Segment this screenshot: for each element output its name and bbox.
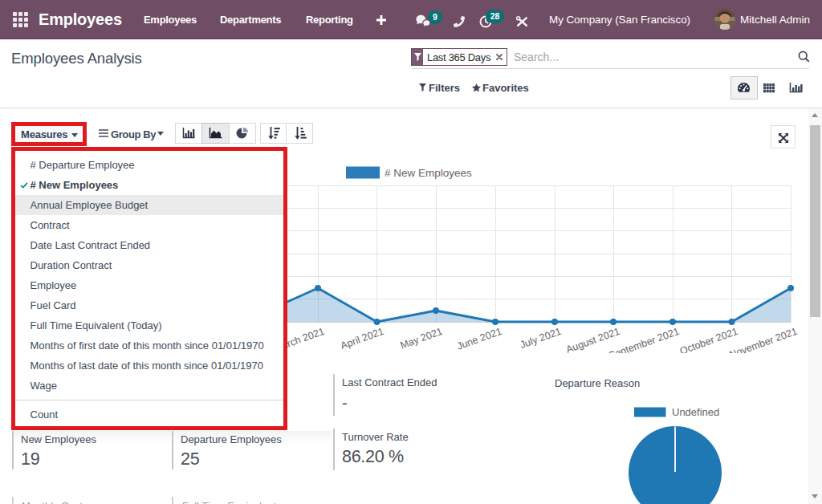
svg-text:November 2021: November 2021: [728, 326, 799, 353]
svg-text:# New Employees: # New Employees: [385, 167, 472, 179]
svg-text:April 2021: April 2021: [339, 326, 385, 352]
svg-text:Undefined: Undefined: [672, 406, 719, 418]
svg-text:May 2021: May 2021: [399, 326, 444, 352]
svg-text:July 2021: July 2021: [519, 326, 563, 351]
svg-text:June 2021: June 2021: [455, 326, 503, 352]
